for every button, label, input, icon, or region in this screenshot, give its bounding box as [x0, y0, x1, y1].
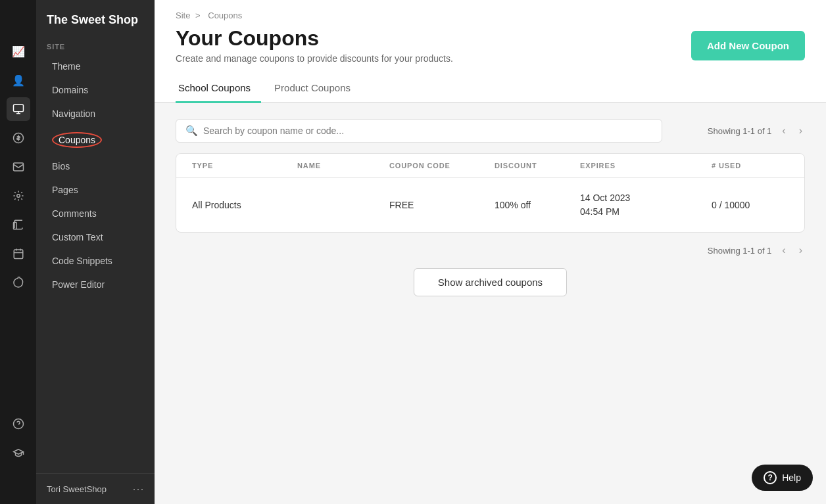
show-archived-button[interactable]: Show archived coupons	[414, 268, 567, 296]
sidebar-item-theme[interactable]: Theme	[41, 55, 149, 78]
coupons-label: Coupons	[52, 132, 102, 148]
table-header: TYPE NAME COUPON CODE DISCOUNT EXPIRES #…	[176, 154, 804, 178]
help-circle-icon: ?	[764, 471, 777, 484]
breadcrumb-current: Coupons	[208, 11, 242, 20]
sidebar: The Sweet Shop SITE Theme Domains Naviga…	[36, 0, 155, 504]
display-icon[interactable]	[7, 97, 30, 121]
users-icon[interactable]: 👤	[7, 68, 30, 92]
add-coupon-button[interactable]: Add New Coupon	[691, 31, 805, 60]
sidebar-bottom: Tori SweetShop ⋯	[36, 473, 155, 504]
th-coupon-code: COUPON CODE	[389, 162, 495, 170]
pagination-showing-top: Showing 1-1 of 1	[708, 126, 772, 136]
pagination-prev-top[interactable]: ‹	[779, 124, 788, 138]
sidebar-user-name: Tori SweetShop	[47, 484, 107, 494]
row-expires: 14 Oct 2023 04:54 PM	[580, 191, 712, 219]
svg-rect-0	[13, 104, 23, 112]
sidebar-item-pages[interactable]: Pages	[41, 179, 149, 201]
pagination-next-bottom[interactable]: ›	[796, 243, 805, 258]
pagination-next-top[interactable]: ›	[796, 124, 805, 138]
pagination-top: Showing 1-1 of 1 ‹ ›	[708, 124, 805, 138]
analytics-icon[interactable]: 📈	[7, 39, 30, 63]
money-icon[interactable]	[7, 126, 30, 150]
sidebar-section-label: SITE	[36, 35, 155, 55]
mail-icon[interactable]	[7, 155, 30, 179]
pagination-showing-bottom: Showing 1-1 of 1	[708, 246, 772, 256]
main-content: Site > Coupons Your Coupons Create and m…	[155, 0, 826, 504]
expires-date: 14 Oct 2023	[580, 191, 712, 205]
page-title-group: Your Coupons Create and manage coupons t…	[176, 26, 453, 64]
search-box: 🔍	[176, 119, 662, 143]
th-used: # USED	[712, 162, 805, 170]
breadcrumb-site[interactable]: Site	[176, 11, 190, 20]
icon-rail: 📈 👤	[0, 0, 36, 504]
coupons-table: TYPE NAME COUPON CODE DISCOUNT EXPIRES #…	[176, 153, 805, 233]
row-coupon-code: FREE	[389, 200, 495, 210]
row-discount: 100% off	[495, 200, 580, 210]
tabs: School Coupons Product Coupons	[155, 64, 826, 103]
show-archived-row: Show archived coupons	[176, 268, 805, 296]
expires-time: 04:54 PM	[580, 205, 712, 219]
search-row: 🔍 Showing 1-1 of 1 ‹ ›	[176, 119, 805, 143]
table-row: All Products FREE 100% off 14 Oct 2023 0…	[176, 178, 804, 232]
help-circle-icon[interactable]	[7, 412, 30, 436]
pagination-bottom: Showing 1-1 of 1 ‹ ›	[176, 243, 805, 258]
sidebar-item-coupons[interactable]: Coupons	[41, 126, 149, 154]
tab-school-coupons[interactable]: School Coupons	[176, 77, 261, 103]
breadcrumb-separator: >	[195, 11, 201, 20]
graduation-icon[interactable]	[7, 441, 30, 465]
library-icon[interactable]	[7, 213, 30, 237]
th-name: NAME	[297, 162, 389, 170]
tab-product-coupons[interactable]: Product Coupons	[272, 77, 361, 103]
icon-rail-bottom	[7, 412, 30, 504]
sidebar-more-button[interactable]: ⋯	[132, 482, 144, 496]
sidebar-item-power-editor[interactable]: Power Editor	[41, 273, 149, 296]
row-type: All Products	[192, 200, 297, 210]
calendar-icon[interactable]	[7, 242, 30, 265]
help-label: Help	[782, 472, 801, 483]
app-title: The Sweet Shop	[36, 0, 155, 35]
th-discount: DISCOUNT	[495, 162, 580, 170]
help-button[interactable]: ? Help	[752, 465, 813, 491]
svg-point-3	[16, 195, 20, 198]
breadcrumb: Site > Coupons	[155, 0, 826, 20]
sidebar-item-custom-text[interactable]: Custom Text	[41, 226, 149, 248]
svg-rect-5	[14, 250, 23, 259]
sidebar-item-navigation[interactable]: Navigation	[41, 103, 149, 125]
sidebar-item-code-snippets[interactable]: Code Snippets	[41, 250, 149, 272]
sidebar-item-comments[interactable]: Comments	[41, 202, 149, 225]
page-title: Your Coupons	[176, 26, 453, 51]
svg-rect-2	[13, 163, 23, 171]
th-expires: EXPIRES	[580, 162, 712, 170]
settings-icon[interactable]	[7, 184, 30, 208]
page-header: Your Coupons Create and manage coupons t…	[155, 20, 826, 64]
content-area: 🔍 Showing 1-1 of 1 ‹ › TYPE NAME COUPON …	[155, 103, 826, 504]
puzzle-icon[interactable]	[7, 271, 30, 294]
search-icon: 🔍	[185, 125, 198, 137]
row-used: 0 / 10000	[712, 200, 805, 210]
search-input[interactable]	[203, 126, 652, 136]
sidebar-item-domains[interactable]: Domains	[41, 79, 149, 101]
pagination-prev-bottom[interactable]: ‹	[779, 243, 788, 258]
th-type: TYPE	[192, 162, 297, 170]
sidebar-item-bios[interactable]: Bios	[41, 155, 149, 177]
page-subtitle: Create and manage coupons to provide dis…	[176, 53, 453, 64]
